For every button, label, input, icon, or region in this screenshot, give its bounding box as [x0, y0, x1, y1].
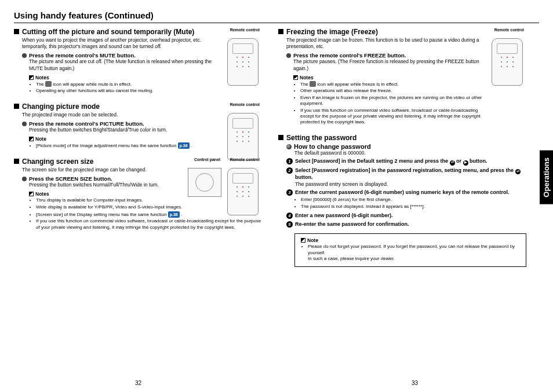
step2-body: The password entry screen is displayed. — [295, 181, 526, 188]
dot-bullet-icon — [286, 53, 291, 58]
square-bullet-icon — [14, 29, 19, 34]
password-step-3: 3 Enter the current password (6-digit nu… — [286, 189, 526, 210]
dot-bullet-icon — [286, 144, 292, 149]
picture-notes: [Picture mode] of the Image adjustment m… — [30, 142, 225, 149]
remote-control-icon — [227, 113, 259, 160]
right-button-icon: ▶ — [463, 160, 468, 166]
note-marker-icon — [29, 137, 34, 141]
page-number-left: 32 — [0, 380, 276, 386]
mute-desc: When you want to project the images of a… — [22, 37, 225, 50]
password-note-box: Note Please do not forget your password.… — [294, 233, 526, 267]
mute-note1a: The — [36, 82, 45, 87]
square-bullet-icon — [14, 104, 19, 109]
step-number-icon: 4 — [286, 213, 293, 219]
password-heading: Setting the password — [286, 134, 356, 142]
notes-label: Notes — [35, 75, 49, 80]
password-step-4: 4 Enter a new password (6-digit number). — [286, 213, 526, 219]
page-body: Remote control Cutting off the picture a… — [14, 28, 539, 275]
page-number-right: 33 — [276, 380, 553, 386]
section-screen: Remote control Control panel Changing sc… — [14, 157, 262, 244]
page-title: Using handy features (Continued) — [14, 10, 539, 23]
mute-note1b: icon will appear while mute is in effect… — [52, 82, 132, 87]
square-bullet-icon — [278, 135, 283, 140]
freeze-heading: Freezing the image (Freeze) — [286, 28, 378, 36]
picture-step-body: Pressing the button switches Bright/Stan… — [29, 127, 225, 133]
freeze-note2: Other operations will also release the f… — [300, 88, 489, 94]
step3-note1: Enter [000000] (6 zeros) for the first c… — [301, 197, 510, 203]
enter-button-icon: ⏎ — [450, 160, 455, 166]
picture-step: Press the remote control's PICTURE butto… — [29, 120, 144, 127]
picture-note1a: [Picture mode] of the Image adjustment m… — [36, 143, 178, 148]
password-step-5: 5 Re-enter the same password for confirm… — [286, 221, 526, 228]
step-number-icon: 1 — [286, 158, 293, 164]
note-marker-icon — [29, 192, 34, 196]
freeze-note1b: icon will appear while freeze is in effe… — [316, 82, 399, 87]
screen-step: Press the SCREEN SIZE button. — [29, 175, 112, 182]
remote-label: Remote control — [230, 28, 260, 32]
remote-label: Remote control — [230, 157, 260, 162]
freeze-note1a: The — [300, 82, 310, 87]
step5-text: Re-enter the same password for confirmat… — [295, 221, 409, 227]
freeze-step: Press the remote control's FREEZE button… — [293, 52, 406, 58]
section-freeze: Remote control Freezing the image (Freez… — [278, 28, 526, 126]
remote-control-icon — [492, 38, 523, 86]
side-tab-operations: Operations — [540, 151, 553, 204]
picture-note1b: . — [190, 143, 192, 148]
mute-step: Press the remote control's MUTE button. — [29, 52, 136, 58]
dot-bullet-icon — [22, 122, 27, 126]
control-label: Control panel — [194, 157, 220, 162]
mute-heading: Cutting off the picture and sound tempor… — [22, 28, 194, 36]
screen-heading: Changing screen size — [22, 157, 93, 166]
remote-control-icon — [227, 168, 259, 215]
enter-button-icon: ⏎ — [515, 169, 521, 174]
mute-status-icon — [45, 81, 52, 87]
square-bullet-icon — [278, 29, 283, 34]
mute-notes: The icon will appear while mute is in ef… — [30, 81, 225, 94]
square-bullet-icon — [14, 159, 19, 164]
screen-notes-2: [Screen size] of the Display setting men… — [30, 211, 262, 230]
password-step-2: 2 Select [Password registration] in the … — [286, 167, 526, 188]
control-panel-icon — [188, 168, 221, 197]
dot-bullet-icon — [22, 177, 27, 181]
notes-label: Notes — [35, 191, 49, 197]
password-default: The default password is 000000. — [294, 150, 526, 156]
step4-text: Enter a new password (6-digit number). — [295, 213, 393, 218]
note-marker-icon — [29, 75, 34, 80]
freeze-notes: The icon will appear while freeze is in … — [294, 81, 489, 126]
right-column: Remote control Freezing the image (Freez… — [278, 28, 539, 275]
freeze-status-icon — [310, 81, 316, 87]
remote-label: Remote control — [494, 28, 524, 32]
page-ref-36: p.36 — [178, 142, 190, 149]
screen-desc: The screen size for the projected image … — [22, 167, 262, 173]
step-number-icon: 3 — [286, 189, 293, 196]
section-password: Setting the password How to change passw… — [278, 134, 526, 268]
picture-heading: Changing picture mode — [22, 102, 100, 111]
screen-note3a: [Screen size] of the Display setting men… — [36, 212, 168, 217]
note-label: Note — [307, 237, 318, 243]
freeze-note4: If you use this function on commercial v… — [300, 108, 489, 126]
page-ref-38: p.38 — [168, 211, 180, 218]
mute-note2: Operating any other functions will also … — [36, 88, 225, 94]
box-note-2: In such a case, please inquire your deal… — [308, 256, 395, 261]
step3-note2: The password is not displayed. Instead i… — [301, 204, 510, 210]
password-howto: How to change password — [294, 143, 371, 150]
step1-text: Select [Password] in the Default setting… — [295, 158, 487, 164]
picture-desc: The projected image mode can be selected… — [22, 112, 225, 118]
note-label: Note — [35, 136, 46, 142]
freeze-step-body: The picture pauses. (The Freeze function… — [293, 58, 489, 72]
dot-bullet-icon — [22, 53, 27, 58]
screen-note4: If you use this function on commercial v… — [36, 218, 262, 230]
freeze-note3: Even if an image is frozen on the projec… — [300, 95, 489, 107]
password-box-notes: Please do not forget your password. If y… — [302, 244, 520, 262]
freeze-desc: The projected image can be frozen. This … — [286, 37, 489, 50]
step-number-icon: 5 — [286, 221, 293, 228]
section-mute: Remote control Cutting off the picture a… — [14, 28, 262, 94]
step3-notes: Enter [000000] (6 zeros) for the first c… — [295, 197, 510, 210]
note-marker-icon — [293, 75, 298, 80]
screen-note2: Wide display is available for Y/PB/PR, V… — [36, 204, 187, 210]
mute-step-body: The picture and sound are cut off. (The … — [29, 58, 225, 72]
section-picture: Remote control Changing picture mode The… — [14, 102, 262, 149]
remote-control-icon — [227, 38, 259, 86]
step3-text: Enter the current password (6-digit numb… — [295, 189, 510, 195]
page-numbers: 32 33 — [0, 380, 553, 386]
